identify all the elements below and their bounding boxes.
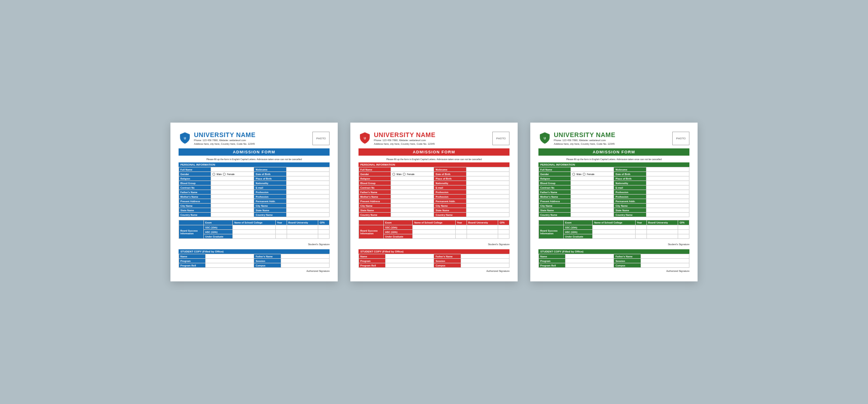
- board-school-1-1[interactable]: [413, 230, 455, 234]
- field-value-2-5[interactable]: [571, 190, 614, 195]
- student-value-2-2[interactable]: [566, 263, 614, 268]
- field-value2-0-6[interactable]: [286, 195, 329, 199]
- field-value2-2-7[interactable]: [646, 199, 689, 204]
- field-value-2-9[interactable]: [571, 208, 614, 213]
- field-value2-0-10[interactable]: [286, 213, 329, 217]
- board-year-0-2[interactable]: [275, 234, 287, 239]
- gender-female-checkbox-1[interactable]: [403, 173, 406, 176]
- field-value2-0-5[interactable]: [286, 190, 329, 195]
- field-value2-0-3[interactable]: [286, 181, 329, 185]
- field-value-0-5[interactable]: [211, 190, 254, 195]
- student-value-0-1[interactable]: [206, 259, 254, 263]
- field-value2-2-8[interactable]: [646, 204, 689, 208]
- field-value2-1-3[interactable]: [466, 181, 509, 185]
- board-school-2-1[interactable]: [593, 230, 635, 234]
- board-gpa-1-2[interactable]: [498, 234, 509, 239]
- student-value2-1-2[interactable]: [461, 263, 509, 268]
- field-value2-1-5[interactable]: [466, 190, 509, 195]
- student-value2-2-2[interactable]: [641, 263, 689, 268]
- field-value2-1-8[interactable]: [466, 204, 509, 208]
- field-value2-1-10[interactable]: [466, 213, 509, 217]
- field-value2-0-0[interactable]: [286, 167, 329, 172]
- board-year-2-2[interactable]: [635, 234, 646, 239]
- field-value-0-4[interactable]: [211, 185, 254, 190]
- field-value2-2-3[interactable]: [646, 181, 689, 185]
- student-value2-1-1[interactable]: [461, 259, 509, 263]
- field-value2-0-2[interactable]: [286, 176, 329, 181]
- board-gpa-1-0[interactable]: [498, 225, 509, 230]
- field-value2-2-5[interactable]: [646, 190, 689, 195]
- board-university-2-2[interactable]: [646, 234, 678, 239]
- field-value-gender-1[interactable]: Male Female: [391, 172, 434, 176]
- board-gpa-0-2[interactable]: [318, 234, 330, 239]
- student-value-1-1[interactable]: [386, 259, 434, 263]
- field-value-1-8[interactable]: [391, 204, 434, 208]
- field-value-2-6[interactable]: [571, 195, 614, 199]
- field-value-gender-2[interactable]: Male Female: [571, 172, 614, 176]
- student-value-2-1[interactable]: [566, 259, 614, 263]
- field-value-1-9[interactable]: [391, 208, 434, 213]
- field-value2-0-9[interactable]: [286, 208, 329, 213]
- board-university-0-0[interactable]: [287, 225, 318, 230]
- gender-female-checkbox-0[interactable]: [223, 173, 226, 176]
- board-gpa-0-1[interactable]: [318, 230, 330, 234]
- field-value-1-5[interactable]: [391, 190, 434, 195]
- board-year-2-1[interactable]: [635, 230, 646, 234]
- student-value2-0-0[interactable]: [281, 254, 329, 259]
- field-value-0-3[interactable]: [211, 181, 254, 185]
- field-value-1-2[interactable]: [391, 176, 434, 181]
- field-value2-1-0[interactable]: [466, 167, 509, 172]
- board-gpa-0-0[interactable]: [318, 225, 330, 230]
- field-value2-0-1[interactable]: [286, 172, 329, 176]
- board-university-2-0[interactable]: [646, 225, 678, 230]
- field-value-0-8[interactable]: [211, 204, 254, 208]
- gender-male-checkbox-1[interactable]: [392, 173, 395, 176]
- board-gpa-2-0[interactable]: [678, 225, 689, 230]
- student-value-0-0[interactable]: [206, 254, 254, 259]
- gender-female-checkbox-2[interactable]: [583, 173, 585, 176]
- field-value-2-7[interactable]: [571, 199, 614, 204]
- board-year-2-0[interactable]: [635, 225, 646, 230]
- field-value-2-0[interactable]: [571, 167, 614, 172]
- student-value2-1-0[interactable]: [461, 254, 509, 259]
- board-university-0-1[interactable]: [287, 230, 318, 234]
- field-value-2-4[interactable]: [571, 185, 614, 190]
- student-value-1-0[interactable]: [386, 254, 434, 259]
- gender-male-checkbox-0[interactable]: [212, 173, 215, 176]
- field-value2-2-9[interactable]: [646, 208, 689, 213]
- field-value-0-0[interactable]: [211, 167, 254, 172]
- field-value-1-7[interactable]: [391, 199, 434, 204]
- board-university-1-2[interactable]: [467, 234, 498, 239]
- board-school-2-0[interactable]: [593, 225, 635, 230]
- field-value-2-2[interactable]: [571, 176, 614, 181]
- field-value2-1-6[interactable]: [466, 195, 509, 199]
- field-value2-2-0[interactable]: [646, 167, 689, 172]
- board-school-0-2[interactable]: [233, 234, 275, 239]
- field-value-1-0[interactable]: [391, 167, 434, 172]
- board-school-0-1[interactable]: [233, 230, 275, 234]
- field-value2-1-7[interactable]: [466, 199, 509, 204]
- student-value2-0-2[interactable]: [281, 263, 329, 268]
- field-value2-0-8[interactable]: [286, 204, 329, 208]
- field-value2-0-7[interactable]: [286, 199, 329, 204]
- field-value2-2-2[interactable]: [646, 176, 689, 181]
- field-value-0-10[interactable]: [211, 213, 254, 217]
- board-year-1-2[interactable]: [455, 234, 467, 239]
- field-value2-2-10[interactable]: [646, 213, 689, 217]
- field-value-0-6[interactable]: [211, 195, 254, 199]
- student-value2-2-0[interactable]: [641, 254, 689, 259]
- board-university-1-1[interactable]: [467, 230, 498, 234]
- field-value-1-3[interactable]: [391, 181, 434, 185]
- field-value-1-6[interactable]: [391, 195, 434, 199]
- field-value2-2-6[interactable]: [646, 195, 689, 199]
- board-university-0-2[interactable]: [287, 234, 318, 239]
- field-value2-1-2[interactable]: [466, 176, 509, 181]
- board-school-0-0[interactable]: [233, 225, 275, 230]
- field-value-0-2[interactable]: [211, 176, 254, 181]
- field-value-0-7[interactable]: [211, 199, 254, 204]
- board-year-0-1[interactable]: [275, 230, 287, 234]
- board-year-1-1[interactable]: [455, 230, 467, 234]
- board-gpa-2-2[interactable]: [678, 234, 689, 239]
- board-school-2-2[interactable]: [593, 234, 635, 239]
- board-year-1-0[interactable]: [455, 225, 467, 230]
